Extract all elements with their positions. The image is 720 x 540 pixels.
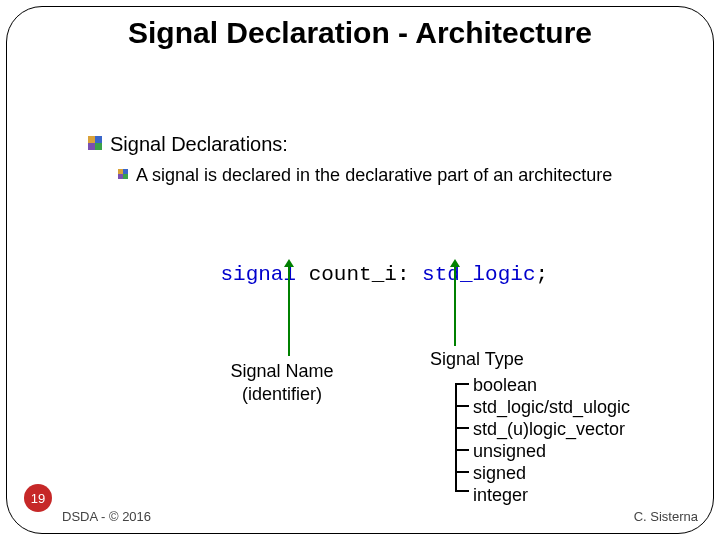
- signal-name-line1: Signal Name: [212, 360, 352, 383]
- type-option: integer: [473, 484, 630, 506]
- page-number-badge: 19: [24, 484, 52, 512]
- code-type: std_logic: [422, 263, 535, 286]
- bullet-text: Signal Declarations:: [110, 133, 288, 156]
- signal-type-label: Signal Type: [430, 349, 524, 370]
- code-semicolon: ;: [536, 263, 549, 286]
- code-colon: :: [397, 263, 410, 286]
- signal-name-label: Signal Name (identifier): [212, 360, 352, 405]
- arrow-to-name: [288, 266, 290, 356]
- slide: Signal Declaration - Architecture Signal…: [0, 0, 720, 540]
- bullet-level2: A signal is declared in the declarative …: [118, 165, 612, 186]
- type-option: unsigned: [473, 440, 630, 462]
- page-number: 19: [31, 491, 45, 506]
- bullet-level1: Signal Declarations:: [88, 133, 288, 156]
- slide-title: Signal Declaration - Architecture: [0, 16, 720, 50]
- type-tree-bracket: [455, 383, 471, 491]
- bullet-text: A signal is declared in the declarative …: [136, 165, 612, 186]
- type-option: std_logic/std_ulogic: [473, 396, 630, 418]
- footer-right: C. Sisterna: [634, 509, 698, 524]
- type-option: signed: [473, 462, 630, 484]
- type-option: boolean: [473, 374, 630, 396]
- signal-type-list: boolean std_logic/std_ulogic std_(u)logi…: [473, 374, 630, 506]
- code-example: signal count_i: std_logic;: [170, 240, 548, 309]
- type-option: std_(u)logic_vector: [473, 418, 630, 440]
- code-identifier: count_i: [309, 263, 397, 286]
- bullet-icon: [118, 169, 128, 179]
- bullet-icon: [88, 136, 102, 150]
- arrow-to-type: [454, 266, 456, 346]
- footer-left: DSDA - © 2016: [62, 509, 151, 524]
- signal-name-line2: (identifier): [212, 383, 352, 406]
